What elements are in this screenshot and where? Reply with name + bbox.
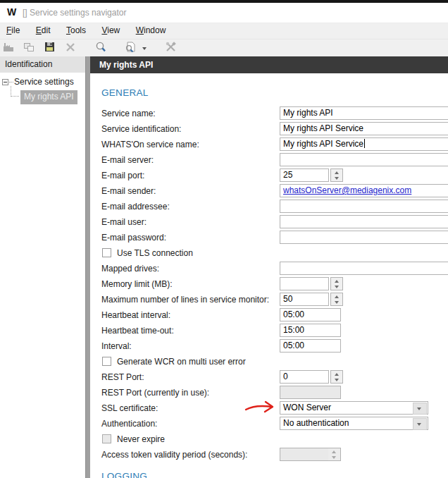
max-lines-input[interactable]: 50 [280, 293, 329, 306]
collapse-icon[interactable] [2, 79, 8, 85]
menu-file[interactable]: File [0, 23, 26, 39]
spinner-down-icon[interactable] [331, 284, 342, 290]
field-row-email-port: E-mail port: 25 [101, 168, 448, 183]
menu-view-rest: iew [107, 25, 120, 35]
service-identification-value: My rights API Service [283, 123, 363, 133]
ssl-certificate-dropdown[interactable]: WON Server [280, 401, 428, 415]
chevron-down-icon[interactable] [413, 403, 427, 415]
field-row-email-server: E-mail server: [101, 152, 448, 168]
email-user-label: E-mail user: [101, 214, 147, 230]
spinner-down-icon[interactable] [331, 176, 342, 182]
rest-port-input[interactable]: 0 [280, 370, 329, 384]
cascade-windows-icon[interactable] [23, 41, 36, 54]
tree-node-my-rights-api[interactable]: My rights API [20, 90, 85, 104]
authentication-value: No authentication [283, 418, 349, 428]
email-password-input[interactable] [280, 231, 448, 244]
spinner-down-icon[interactable] [331, 300, 342, 306]
rest-port-label: REST Port: [101, 369, 144, 385]
search-preview-icon[interactable] [124, 41, 137, 54]
memory-limit-spinner[interactable] [330, 277, 343, 290]
email-addressee-input[interactable] [280, 200, 448, 213]
ssl-certificate-label: SSL certificate: [101, 400, 158, 416]
factory-icon[interactable] [2, 41, 15, 54]
menu-edit-accel: E [36, 25, 42, 35]
max-lines-value: 50 [283, 294, 292, 304]
service-identification-label: Service identification: [101, 121, 181, 137]
app-logo: W [7, 6, 16, 18]
email-port-spinner[interactable] [330, 168, 343, 182]
field-row-memory-limit: Memory limit (MB): [101, 276, 448, 292]
email-addressee-label: E-mail addressee: [101, 199, 170, 214]
identification-panel: Identification Service settings My right… [0, 56, 85, 478]
field-row-email-user: E-mail user: [101, 214, 448, 230]
spinner-up-icon[interactable] [331, 293, 342, 300]
field-row-access-token-validity: Access token validity period (seconds): [101, 447, 448, 462]
field-row-mapped-drives: Mapped drives: [101, 261, 448, 276]
field-row-generate-wcr: Generate WCR on multi user error [101, 354, 448, 369]
field-row-email-password: E-mail password: [101, 230, 448, 245]
service-identification-input[interactable]: My rights API Service [280, 122, 448, 135]
spinner-up-icon[interactable] [331, 169, 342, 176]
panel-splitter[interactable] [85, 56, 90, 478]
menu-window-accel: W [136, 25, 144, 35]
authentication-dropdown[interactable]: No authentication [280, 417, 428, 430]
menu-bar: File Edit Tools View Window [0, 23, 448, 39]
email-port-input[interactable]: 25 [280, 168, 329, 182]
spinner-up-icon[interactable] [331, 371, 342, 377]
spinner-up-icon[interactable] [331, 278, 342, 284]
mapped-drives-input[interactable] [280, 262, 448, 275]
never-expire-checkbox[interactable] [102, 434, 111, 443]
toolbar [0, 39, 448, 56]
field-row-authentication: Authentication: No authentication [101, 416, 448, 431]
generate-wcr-label: Generate WCR on multi user error [117, 354, 246, 369]
menu-edit[interactable]: Edit [30, 23, 57, 39]
spinner-down-icon[interactable] [331, 377, 342, 384]
authentication-label: Authentication: [101, 416, 157, 431]
heartbeat-timeout-input[interactable]: 15:00 [280, 324, 341, 337]
max-lines-spinner[interactable] [330, 293, 343, 306]
rest-port-value: 0 [283, 372, 288, 381]
menu-window[interactable]: Window [130, 23, 173, 39]
field-row-rest-port-in-use: REST Port (currently in use): [101, 385, 448, 400]
generate-wcr-checkbox[interactable] [102, 357, 111, 366]
heartbeat-interval-input[interactable]: 05:00 [280, 308, 341, 321]
search-icon[interactable] [94, 41, 108, 54]
email-port-label: E-mail port: [101, 168, 144, 183]
whatson-service-name-label: WHATS'On service name: [101, 137, 199, 152]
email-user-input[interactable] [280, 215, 448, 228]
field-row-heartbeat-timeout: Heartbeat time-out: 15:00 [101, 323, 448, 338]
email-server-input[interactable] [280, 153, 448, 166]
interval-input[interactable]: 05:00 [280, 339, 341, 353]
email-sender-input[interactable]: whatsOnServer@mediagenix.com [280, 184, 448, 197]
service-name-value: My rights API [283, 108, 333, 118]
tree-connector [9, 82, 13, 82]
ssl-certificate-value: WON Server [283, 403, 331, 412]
mapped-drives-label: Mapped drives: [101, 261, 159, 276]
rest-port-spinner[interactable] [330, 370, 343, 384]
whatson-service-name-value: My rights API Service [283, 139, 363, 149]
selected-tree-item[interactable]: My rights API [20, 90, 77, 104]
delete-icon[interactable] [64, 41, 77, 54]
chevron-down-icon[interactable] [413, 418, 427, 430]
memory-limit-input[interactable] [280, 277, 329, 290]
interval-value: 05:00 [283, 341, 304, 350]
use-tls-checkbox[interactable] [102, 248, 111, 257]
settings-panel: My rights API GENERAL Service name: My r… [90, 56, 448, 478]
save-icon[interactable] [44, 41, 57, 54]
use-tls-label: Use TLS connection [117, 245, 193, 261]
field-row-whatson-service-name: WHATS'On service name: My rights API Ser… [101, 137, 448, 152]
rest-port-in-use-input [280, 386, 341, 399]
spinner-up-icon [328, 448, 340, 455]
heartbeat-timeout-value: 15:00 [283, 325, 304, 335]
whatson-service-name-input[interactable]: My rights API Service [280, 137, 448, 151]
max-lines-label: Maximum number of lines in service monit… [101, 292, 269, 307]
email-sender-link[interactable]: whatsOnServer@mediagenix.com [283, 185, 411, 195]
menu-tools-rest: ools [70, 25, 86, 35]
window-title: [] Service settings navigator [23, 8, 126, 18]
dropdown-caret-icon[interactable] [142, 41, 149, 54]
menu-tools[interactable]: Tools [60, 23, 92, 39]
tools-icon[interactable] [165, 41, 178, 54]
service-name-input[interactable]: My rights API [280, 106, 448, 120]
menu-view[interactable]: View [95, 23, 126, 39]
field-row-email-addressee: E-mail addressee: [101, 199, 448, 214]
